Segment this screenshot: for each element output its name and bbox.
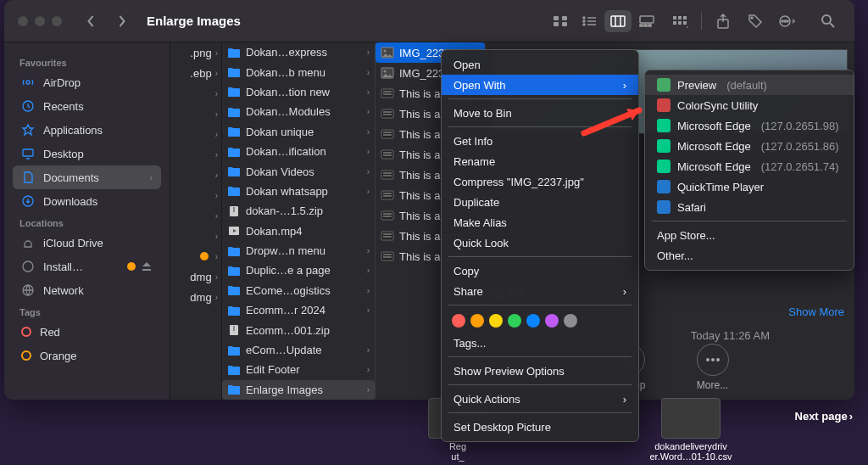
share-button[interactable] [710, 10, 736, 32]
image-file-icon [381, 250, 394, 262]
app-version: (127.0.2651.98) [761, 120, 839, 132]
col1-item[interactable]: › [170, 205, 221, 226]
folder-item[interactable]: Ecomm…001.zip [222, 320, 375, 339]
open-with-microsoft-edge[interactable]: Microsoft Edge(127.0.2651.74) [645, 156, 854, 176]
col1-item[interactable]: .ebp› [170, 63, 221, 83]
sidebar-item-documents[interactable]: Documents› [13, 165, 161, 189]
app-icon [657, 98, 670, 112]
folder-item[interactable]: Dokan unique› [222, 122, 375, 142]
sidebar-item-airdrop[interactable]: AirDrop [13, 70, 161, 94]
sidebar-item-desktop[interactable]: Desktop [13, 142, 161, 165]
ctx-tags[interactable]: Tags... [442, 333, 638, 353]
back-button[interactable] [79, 9, 103, 33]
folder-item[interactable]: Duplic…e a page› [222, 261, 375, 280]
ctx-compress[interactable]: Compress "IMG_2237.jpg" [442, 171, 638, 192]
folder-item[interactable]: Ecomm…r 2024› [222, 300, 375, 320]
col1-item[interactable]: dmg› [170, 287, 221, 307]
sidebar-item-network[interactable]: Network [13, 278, 161, 302]
col1-item[interactable]: › [170, 165, 221, 185]
open-with-quicktime-player[interactable]: QuickTime Player [645, 176, 854, 197]
open-with-microsoft-edge[interactable]: Microsoft Edge(127.0.2651.98) [645, 115, 854, 136]
folder-item[interactable]: Dokan Videos› [222, 161, 375, 181]
col1-item[interactable]: › [170, 83, 221, 104]
open-with-safari[interactable]: Safari [645, 197, 854, 217]
column-view-button[interactable] [604, 10, 632, 32]
item-label: Dokan…b menu [246, 66, 362, 79]
sidebar-item-recents[interactable]: Recents [13, 94, 161, 118]
tag-color-swatch[interactable] [526, 314, 540, 328]
folder-item[interactable]: Dokan…b menu› [222, 62, 375, 81]
folder-item[interactable]: Dokan.mp4 [222, 221, 375, 241]
tag-color-swatch[interactable] [489, 314, 503, 328]
col1-item[interactable]: › [170, 124, 221, 144]
folder-item[interactable]: Edit Footer› [222, 360, 375, 379]
list-view-button[interactable] [576, 10, 603, 32]
col1-item[interactable]: › [170, 226, 221, 246]
folder-item[interactable]: eCom…Update› [222, 340, 375, 360]
ctx-share[interactable]: Share› [442, 281, 638, 301]
col1-item[interactable]: › [170, 185, 221, 205]
close-dot[interactable] [18, 16, 28, 26]
ctx-duplicate[interactable]: Duplicate [442, 192, 638, 212]
col1-item[interactable]: › [170, 104, 221, 124]
tag-button[interactable] [743, 10, 768, 32]
ctx-set-desktop-picture[interactable]: Set Desktop Picture [442, 417, 638, 437]
sidebar-tag-red[interactable]: Red [13, 320, 161, 344]
ctx-open[interactable]: Open [442, 54, 638, 75]
folder-item[interactable]: Enlarge Images› [222, 380, 375, 400]
zoom-dot[interactable] [52, 16, 62, 26]
folder-item[interactable]: Dropw…n menu› [222, 241, 375, 261]
col1-item[interactable]: › [170, 144, 221, 165]
tag-color-swatch[interactable] [508, 314, 521, 328]
location-icon [21, 236, 35, 249]
icon-view-button[interactable] [547, 10, 574, 32]
sub-app-store[interactable]: App Store... [645, 225, 854, 245]
desktop-file-2[interactable]: dokandeliverydriv er.Word…01-10.csv [644, 398, 737, 462]
show-more-link[interactable]: Show More [788, 305, 844, 318]
sidebar-tag-orange[interactable]: Orange [13, 344, 161, 367]
svg-point-28 [787, 20, 788, 22]
folder-item[interactable]: dokan-…1.5.zip [222, 201, 375, 221]
tag-color-swatch[interactable] [545, 314, 559, 328]
folder-item[interactable]: Dokan…tion new› [222, 82, 375, 102]
ctx-preview-options[interactable]: Show Preview Options [442, 361, 638, 381]
sidebar-item-iclouddrive[interactable]: iCloud Drive [13, 231, 161, 255]
open-with-colorsync-utility[interactable]: ColorSync Utility [645, 95, 854, 115]
group-button[interactable] [667, 10, 693, 32]
folder-icon [227, 384, 241, 395]
ctx-rename[interactable]: Rename [442, 151, 638, 171]
ctx-open-with[interactable]: Open With› [442, 75, 638, 95]
col1-item[interactable]: .png› [170, 42, 221, 63]
tag-color-swatch[interactable] [452, 314, 465, 328]
col1-item[interactable]: › [170, 246, 221, 266]
sidebar-item-install[interactable]: Install… [13, 255, 161, 278]
item-label: ECome…ogistics [246, 284, 362, 297]
sidebar-item-applications[interactable]: Applications [13, 118, 161, 142]
svg-point-26 [784, 20, 786, 22]
ctx-quick-look[interactable]: Quick Look [442, 232, 638, 253]
applications-icon [21, 123, 35, 137]
more-action[interactable]: More... [697, 344, 729, 391]
ctx-quick-actions[interactable]: Quick Actions› [442, 389, 638, 409]
gallery-view-button[interactable] [633, 10, 660, 32]
search-button[interactable] [815, 10, 841, 32]
tag-color-swatch[interactable] [470, 314, 484, 328]
eject-icon[interactable] [141, 261, 153, 272]
tag-color-swatch[interactable] [564, 314, 577, 328]
minimize-dot[interactable] [35, 16, 45, 26]
folder-item[interactable]: Dokan…express› [222, 42, 375, 62]
sidebar-item-downloads[interactable]: Downloads [13, 189, 161, 213]
folder-item[interactable]: Dokan whatsapp› [222, 182, 375, 201]
forward-button[interactable] [109, 9, 133, 33]
folder-item[interactable]: Dokan…ification› [222, 142, 375, 161]
ctx-make-alias[interactable]: Make Alias [442, 212, 638, 232]
open-with-preview[interactable]: Preview(default) [645, 75, 854, 95]
folder-item[interactable]: ECome…ogistics› [222, 281, 375, 300]
open-with-microsoft-edge[interactable]: Microsoft Edge(127.0.2651.86) [645, 136, 854, 156]
ctx-copy[interactable]: Copy [442, 261, 638, 281]
action-menu-button[interactable] [775, 10, 800, 32]
col1-item[interactable]: dmg› [170, 266, 221, 287]
sub-other[interactable]: Other... [645, 245, 854, 266]
folder-item[interactable]: Dokan…Modules› [222, 102, 375, 121]
next-page-link[interactable]: Next page› [795, 410, 853, 423]
